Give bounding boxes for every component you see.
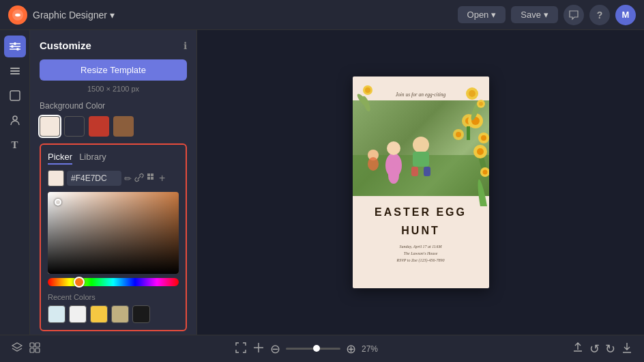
card-location-text: The Lawson's House <box>360 251 482 257</box>
panel-title: Customize <box>40 40 91 51</box>
card-title-area: EASTER EGG HUNT <box>353 196 489 238</box>
card-title-line1: EASTER EGG <box>362 206 480 219</box>
svg-rect-16 <box>151 173 153 176</box>
bottom-left <box>11 342 41 357</box>
svg-point-33 <box>413 137 429 153</box>
zoom-thumb <box>313 345 320 352</box>
swatch-beige[interactable] <box>40 116 60 137</box>
save-button[interactable]: Save ▾ <box>511 6 558 23</box>
card-top-text: Join us for an egg-citing <box>353 86 489 100</box>
library-tab[interactable]: Library <box>79 152 106 165</box>
recent-swatch-1[interactable] <box>48 305 65 323</box>
save-bottom-icon[interactable] <box>621 342 633 357</box>
redo-icon[interactable]: ↻ <box>605 342 615 357</box>
recent-swatch-4[interactable] <box>111 305 129 323</box>
bottom-toolbar: ⊖ ⊕ 27% ↺ ↻ <box>0 335 644 362</box>
add-color-icon[interactable]: + <box>159 172 165 184</box>
swatch-dark[interactable] <box>64 116 85 137</box>
right-flowers-decoration <box>470 97 489 206</box>
topbar-left: Graphic Designer ▾ <box>8 5 115 25</box>
app-title[interactable]: Graphic Designer ▾ <box>33 10 115 20</box>
color-picker-popup: Picker Library ✏ + <box>40 143 187 331</box>
grid-icon[interactable] <box>147 173 156 184</box>
share-icon[interactable] <box>572 342 584 357</box>
card-top-text-area: Join us for an egg-citing <box>353 76 489 100</box>
expand-icon[interactable] <box>252 342 265 357</box>
app-logo-icon[interactable] <box>8 5 27 25</box>
app-title-text: Graphic Designer <box>33 10 107 20</box>
open-chevron: ▾ <box>491 10 496 20</box>
zoom-slider[interactable] <box>286 348 340 350</box>
fit-screen-icon[interactable] <box>235 342 247 357</box>
save-label: Save <box>521 10 541 20</box>
bottom-right: ↺ ↻ <box>572 342 633 357</box>
comment-icon[interactable] <box>564 5 584 25</box>
swatch-red[interactable] <box>89 116 109 137</box>
hex-input[interactable] <box>67 171 121 186</box>
svg-rect-34 <box>413 152 429 167</box>
svg-rect-10 <box>10 68 20 69</box>
hex-swatch <box>48 170 64 186</box>
hue-slider-container[interactable] <box>48 278 179 286</box>
left-toolbar: T <box>0 30 30 335</box>
svg-point-38 <box>368 157 379 171</box>
grid-bottom-icon[interactable] <box>29 342 41 357</box>
bg-swatches <box>40 116 187 137</box>
card-date-text: Sunday, April 17 at 11AM <box>360 244 482 251</box>
svg-rect-58 <box>35 348 40 352</box>
filters-tool-button[interactable] <box>4 36 26 57</box>
svg-rect-55 <box>30 343 34 347</box>
recent-swatch-5[interactable] <box>132 305 150 323</box>
svg-rect-57 <box>30 348 34 352</box>
zoom-percentage: 27% <box>362 344 378 354</box>
svg-marker-54 <box>12 343 22 348</box>
edit-icon[interactable]: ✏ <box>124 173 132 184</box>
zoom-in-icon[interactable]: ⊕ <box>346 342 356 357</box>
people-tool-button[interactable] <box>4 109 26 131</box>
side-panel: Customize ℹ Resize Template 1500 × 2100 … <box>30 30 197 335</box>
resize-template-button[interactable]: Resize Template <box>40 59 187 81</box>
svg-point-49 <box>475 179 489 206</box>
picker-tab[interactable]: Picker <box>48 152 72 165</box>
save-chevron: ▾ <box>544 10 548 20</box>
topbar: Graphic Designer ▾ Open ▾ Save ▾ ? M <box>0 0 644 30</box>
hex-row: ✏ + <box>48 170 179 186</box>
topbar-right: Open ▾ Save ▾ ? M <box>458 5 636 25</box>
picker-tabs: Picker Library <box>48 152 179 165</box>
svg-rect-18 <box>151 177 153 180</box>
undo-icon[interactable]: ↺ <box>589 342 600 357</box>
svg-rect-12 <box>10 73 20 74</box>
link-icon[interactable] <box>134 173 144 184</box>
gradient-cursor <box>55 199 61 206</box>
recent-swatches <box>48 305 179 323</box>
bottom-center: ⊖ ⊕ 27% <box>235 342 378 357</box>
svg-point-31 <box>387 141 400 155</box>
recent-swatch-2[interactable] <box>69 305 87 323</box>
avatar[interactable]: M <box>615 5 636 25</box>
layers-bottom-icon[interactable] <box>11 342 23 357</box>
avatar-label: M <box>622 10 630 20</box>
card-bottom: Sunday, April 17 at 11AM The Lawson's Ho… <box>353 238 489 264</box>
main: T Customize ℹ Resize Template 1500 × 210… <box>0 30 644 335</box>
gradient-canvas[interactable] <box>48 192 179 274</box>
swatch-brown[interactable] <box>113 116 134 137</box>
svg-rect-13 <box>10 91 20 100</box>
text-tool-button[interactable]: T <box>4 134 26 156</box>
panel-header: Customize ℹ <box>40 40 187 51</box>
info-icon[interactable]: ℹ <box>184 40 187 51</box>
open-label: Open <box>467 10 489 20</box>
recent-swatch-3[interactable] <box>90 305 108 323</box>
zoom-out-icon[interactable]: ⊖ <box>270 342 280 357</box>
layers-tool-button[interactable] <box>4 60 26 82</box>
text-tool-icon: T <box>11 139 18 151</box>
help-icon[interactable]: ? <box>589 5 610 25</box>
card-title-line2: HUNT <box>362 224 480 237</box>
shapes-tool-button[interactable] <box>4 85 26 107</box>
resize-label: Resize Template <box>80 65 146 75</box>
svg-rect-17 <box>147 177 150 180</box>
svg-rect-11 <box>10 70 20 72</box>
hue-slider[interactable] <box>48 278 179 286</box>
design-card: Join us for an egg-citing <box>353 76 489 288</box>
open-button[interactable]: Open ▾ <box>458 6 506 23</box>
svg-rect-36 <box>424 167 430 176</box>
